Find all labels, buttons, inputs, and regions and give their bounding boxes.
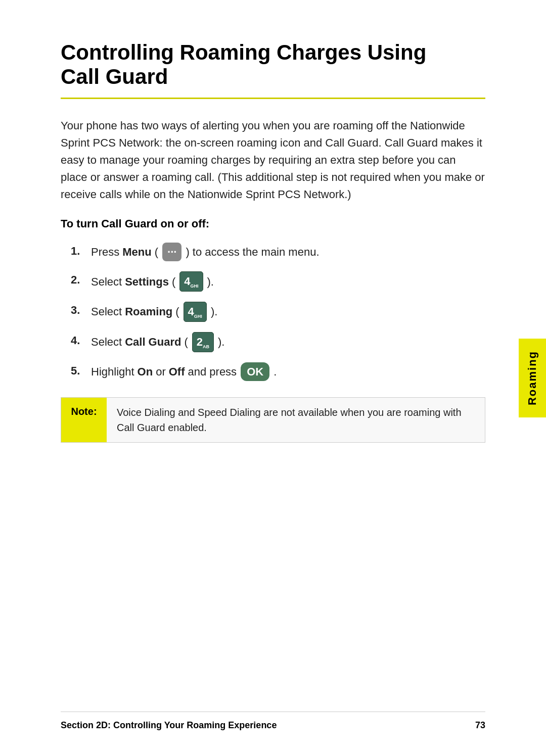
sidebar-tab: Roaming [519,339,546,417]
settings-label: Settings [125,273,169,290]
subsection-title: To turn Call Guard on or off: [61,217,485,230]
step-3: 3. Select Roaming ( 4GHI ). [71,302,485,322]
footer-section-label: Section 2D: Controlling Your Roaming Exp… [61,720,277,731]
footer-page-number: 73 [475,720,485,731]
note-content: Voice Dialing and Speed Dialing are not … [107,398,485,442]
ok-button-icon: OK [241,362,269,381]
title-underline [61,98,485,99]
step-1-number: 1. [71,243,91,259]
step-3-number: 3. [71,302,91,318]
step-5-number: 5. [71,362,91,379]
step-3-content: Select Roaming ( 4GHI ). [91,302,217,322]
roaming-label: Roaming [125,303,172,320]
2-button-icon: 2AB [192,332,214,352]
menu-button-icon: ··· [162,243,181,261]
intro-paragraph: Your phone has two ways of alerting you … [61,117,485,203]
step-1: 1. Press Menu ( ··· ) to access the main… [71,243,485,261]
step-4: 4. Select Call Guard ( 2AB ). [71,332,485,352]
title-section: Controlling Roaming Charges Using Call G… [61,40,485,99]
note-box: Note: Voice Dialing and Speed Dialing ar… [61,397,485,443]
step-5-content: Highlight On or Off and press OK . [91,362,277,381]
page-title: Controlling Roaming Charges Using Call G… [61,40,485,89]
4-roaming-button-icon: 4GHI [184,302,207,322]
page-container: Controlling Roaming Charges Using Call G… [0,0,546,756]
note-label: Note: [61,398,107,442]
step-4-content: Select Call Guard ( 2AB ). [91,332,224,352]
4-button-icon: 4GHI [179,271,203,292]
step-4-number: 4. [71,332,91,349]
step-2: 2. Select Settings ( 4GHI ). [71,271,485,292]
steps-list: 1. Press Menu ( ··· ) to access the main… [71,243,485,381]
callguard-label: Call Guard [125,334,181,350]
step-2-number: 2. [71,271,91,288]
footer: Section 2D: Controlling Your Roaming Exp… [61,712,485,731]
step-1-content: Press Menu ( ··· ) to access the main me… [91,243,320,261]
step-5: 5. Highlight On or Off and press OK . [71,362,485,381]
step-2-content: Select Settings ( 4GHI ). [91,271,214,292]
